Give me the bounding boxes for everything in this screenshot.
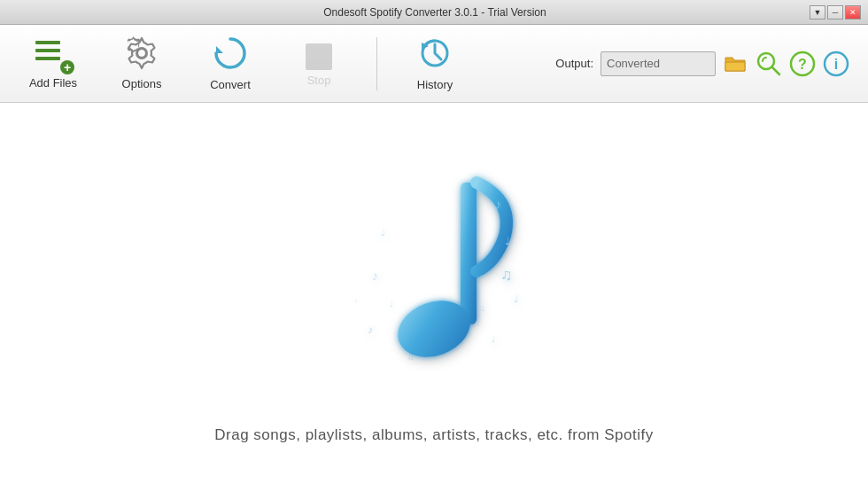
stop-button[interactable]: Stop: [283, 33, 354, 94]
search-icon-button[interactable]: [755, 50, 783, 78]
options-button[interactable]: Options: [106, 29, 177, 98]
stop-icon: [306, 40, 332, 70]
action-icons: ? i: [755, 50, 850, 78]
history-button[interactable]: History: [399, 28, 470, 98]
add-files-label: Add Files: [29, 76, 77, 90]
options-icon: [125, 36, 159, 74]
output-area: Output: ?: [555, 50, 850, 78]
options-label: Options: [122, 77, 162, 90]
output-label: Output:: [555, 57, 593, 70]
svg-text:♩: ♩: [381, 228, 385, 238]
svg-text:♩: ♩: [390, 301, 393, 308]
title-bar-controls: ▼ ─ ✕: [810, 5, 861, 20]
history-label: History: [417, 78, 453, 91]
close-button[interactable]: ✕: [845, 5, 861, 20]
svg-text:♫: ♫: [500, 266, 513, 284]
convert-button[interactable]: Convert: [195, 28, 266, 98]
svg-line-4: [772, 67, 779, 74]
svg-text:?: ?: [798, 57, 807, 72]
main-content: ♪ ♩ ♫ ♩ ♪ ♫ ♩ ♪ ♩ ♫ ♪ ♩ Drag songs, play…: [0, 103, 868, 484]
info-icon-button[interactable]: i: [822, 50, 850, 78]
svg-text:♩: ♩: [505, 235, 510, 247]
svg-text:♪: ♪: [372, 269, 378, 283]
folder-button[interactable]: [723, 51, 748, 76]
svg-text:i: i: [834, 57, 838, 72]
svg-text:♪: ♪: [354, 297, 358, 303]
toolbar-separator: [376, 37, 377, 90]
svg-text:♫: ♫: [478, 303, 485, 313]
toolbar: + Add Files Options Convert: [0, 25, 868, 103]
add-files-icon: +: [35, 37, 71, 73]
music-illustration: ♪ ♩ ♫ ♩ ♪ ♫ ♩ ♪ ♩ ♫ ♪ ♩: [310, 143, 558, 409]
minimize-button[interactable]: ─: [827, 5, 843, 20]
svg-rect-9: [461, 183, 477, 324]
history-icon: [417, 35, 453, 74]
title-bar-text: Ondesoft Spotify Converter 3.0.1 - Trial…: [60, 6, 810, 19]
add-files-button[interactable]: + Add Files: [18, 30, 89, 97]
svg-text:♩: ♩: [514, 293, 518, 304]
dropdown-button[interactable]: ▼: [810, 5, 825, 20]
title-bar: Ondesoft Spotify Converter 3.0.1 - Trial…: [0, 0, 868, 25]
stop-label: Stop: [307, 74, 331, 87]
convert-icon: [213, 35, 248, 74]
svg-text:♩: ♩: [492, 335, 495, 344]
convert-label: Convert: [210, 78, 251, 91]
output-input[interactable]: [601, 51, 716, 76]
drag-instruction-text: Drag songs, playlists, albums, artists, …: [214, 426, 653, 444]
svg-text:♫: ♫: [407, 352, 415, 362]
svg-text:♪: ♪: [494, 197, 501, 212]
svg-text:♪: ♪: [368, 324, 373, 336]
help-icon-button[interactable]: ?: [788, 50, 817, 78]
svg-marker-0: [216, 46, 223, 53]
